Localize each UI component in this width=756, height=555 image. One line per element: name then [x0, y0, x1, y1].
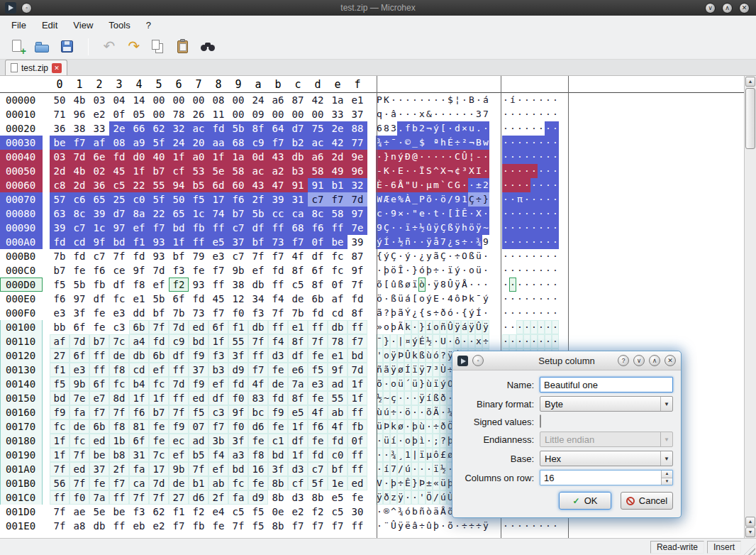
hex-byte[interactable]: b2 [288, 136, 308, 150]
hex-byte[interactable]: cd [328, 306, 348, 320]
col3-char[interactable]: · [538, 192, 545, 207]
ok-button[interactable]: ✓ OK [559, 492, 611, 510]
hex-byte[interactable]: f7 [248, 363, 268, 377]
col3-char[interactable]: · [545, 164, 552, 178]
hex-byte[interactable]: fe [89, 306, 109, 320]
ascii-char[interactable]: . [475, 121, 482, 136]
ascii-char[interactable]: { [461, 306, 468, 320]
ascii-char[interactable]: _ [411, 136, 418, 150]
scrollbar-thumb[interactable] [745, 88, 755, 149]
ascii-char[interactable]: ï [404, 221, 411, 235]
hex-byte[interactable]: 66 [129, 121, 149, 136]
ascii-char[interactable]: · [383, 448, 390, 462]
hex-byte[interactable]: 43 [268, 150, 288, 164]
col3-char[interactable]: · [552, 320, 559, 334]
ascii-char[interactable]: Ù [440, 363, 447, 377]
col3-char[interactable]: · [509, 519, 516, 533]
hex-byte[interactable]: fd [328, 434, 348, 448]
ascii-char[interactable]: · [475, 93, 482, 107]
hex-byte[interactable]: fd [189, 292, 209, 306]
hex-byte[interactable]: 5b [149, 292, 169, 306]
hex-byte[interactable]: 00 [228, 107, 248, 121]
hex-byte[interactable]: fe [308, 391, 328, 405]
hex-byte[interactable]: f7 [209, 263, 228, 278]
ascii-char[interactable]: ô [433, 448, 440, 462]
ascii-char[interactable]: ® [383, 505, 390, 519]
ascii-char[interactable]: [ [440, 121, 447, 136]
hex-byte[interactable]: 00 [189, 93, 209, 107]
hex-byte[interactable]: d3 [288, 462, 308, 476]
hex-byte[interactable]: 0f [328, 278, 348, 292]
ascii-char[interactable]: ù [426, 348, 433, 363]
hex-byte[interactable]: 7a [288, 377, 308, 391]
hex-byte[interactable]: ff [308, 320, 328, 334]
ascii-char[interactable]: ó [418, 263, 426, 278]
col3-char[interactable]: · [509, 306, 516, 320]
hex-byte[interactable]: cf [169, 164, 189, 178]
hex-byte[interactable]: e7 [89, 391, 109, 405]
col3-char[interactable]: · [538, 221, 545, 235]
ascii-char[interactable]: 7 [440, 235, 447, 249]
col3-char[interactable]: · [523, 320, 530, 334]
col3-char[interactable]: · [530, 136, 538, 150]
ascii-char[interactable]: & [426, 107, 433, 121]
ascii-char[interactable]: · [411, 107, 418, 121]
hex-byte[interactable]: db [248, 320, 268, 334]
hex-byte[interactable]: fe [70, 263, 89, 278]
hex-byte[interactable]: 32 [348, 178, 367, 192]
col3-char[interactable]: · [502, 249, 509, 263]
hex-byte[interactable]: b7 [149, 164, 169, 178]
hex-byte[interactable]: eb [129, 519, 149, 533]
ascii-char[interactable]: ± [475, 178, 482, 192]
ascii-char[interactable]: µ [426, 448, 433, 462]
col3-char[interactable]: · [530, 121, 538, 136]
hex-byte[interactable]: ff [209, 278, 228, 292]
col3-char[interactable]: · [538, 519, 545, 533]
ascii-char[interactable]: ø [397, 363, 404, 377]
ascii-char[interactable]: · [383, 207, 390, 221]
hex-byte[interactable]: 73 [268, 235, 288, 249]
hex-byte[interactable]: a9 [129, 136, 149, 150]
ascii-char[interactable]: ¾ [397, 505, 404, 519]
ascii-char[interactable]: ú [383, 405, 390, 419]
hex-byte[interactable]: e5 [209, 235, 228, 249]
hex-byte[interactable]: f7 [328, 192, 348, 207]
col3-char[interactable]: · [545, 306, 552, 320]
hex-byte[interactable]: f2 [308, 505, 328, 519]
hex-byte[interactable]: f8 [129, 278, 149, 292]
hex-byte[interactable]: f6 [129, 405, 149, 419]
hex-byte[interactable]: df [209, 391, 228, 405]
hex-byte[interactable]: 14 [129, 93, 149, 107]
ascii-char[interactable]: ò [418, 278, 426, 292]
hex-byte[interactable]: df [89, 292, 109, 306]
ascii-char[interactable]: ï [411, 363, 418, 377]
hex-byte[interactable]: 2e [109, 121, 129, 136]
ascii-char[interactable]: U [440, 334, 447, 348]
hex-byte[interactable]: ff [348, 462, 367, 476]
ascii-char[interactable]: 6 [390, 178, 397, 192]
hex-byte[interactable]: 58 [228, 164, 248, 178]
ascii-char[interactable]: 7 [482, 107, 489, 121]
ascii-char[interactable]: Í [475, 306, 482, 320]
hex-byte[interactable]: 1f [288, 419, 308, 434]
hex-byte[interactable]: 7d [149, 476, 169, 490]
hex-byte[interactable]: bd [109, 235, 129, 249]
hex-byte[interactable]: 2d [50, 164, 70, 178]
hex-byte[interactable]: 27 [169, 490, 189, 505]
ascii-char[interactable]: · [426, 207, 433, 221]
dialog-help-icon[interactable]: ? [618, 355, 629, 366]
hex-byte[interactable]: fd [50, 235, 70, 249]
hex-byte[interactable]: ff [348, 405, 367, 419]
hex-byte[interactable]: 63 [50, 207, 70, 221]
hex-byte[interactable]: 88 [348, 121, 367, 136]
hex-byte[interactable]: 7f [149, 320, 169, 334]
col3-char[interactable]: · [502, 192, 509, 207]
hex-byte[interactable]: b7 [228, 207, 248, 221]
save-icon[interactable] [58, 38, 77, 56]
ascii-char[interactable]: 9 [482, 235, 489, 249]
hex-byte[interactable]: c5 [288, 278, 308, 292]
hex-byte[interactable]: f7 [288, 519, 308, 533]
hex-byte[interactable]: 3f [228, 434, 248, 448]
hex-byte[interactable]: 49 [328, 164, 348, 178]
ascii-char[interactable]: · [433, 334, 440, 348]
